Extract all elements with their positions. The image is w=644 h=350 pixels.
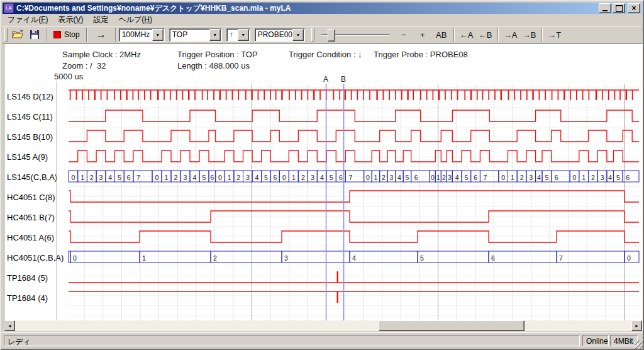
menu-item-3[interactable]: ヘルプ(H) xyxy=(113,13,157,26)
minimize-button[interactable] xyxy=(599,3,611,13)
toolbar-separator xyxy=(453,28,455,42)
combo-trigger-edge-value: ↑ xyxy=(227,30,238,39)
stop-icon xyxy=(53,31,61,38)
minimize-icon xyxy=(602,10,608,11)
toolbar-separator xyxy=(46,28,47,42)
cursor-b-label[interactable]: B xyxy=(341,75,346,84)
signal-label-9: TP1684 (5) xyxy=(7,273,48,283)
open-folder-icon xyxy=(12,30,25,40)
sample-clock-text: Sample Clock : 2MHz xyxy=(62,50,141,59)
status-bar: レディ Online 4MBit xyxy=(3,332,644,349)
toolbar-grip[interactable] xyxy=(4,28,8,42)
toolbar-separator xyxy=(497,28,499,42)
toolbar-button-T[interactable]: →T xyxy=(545,28,564,42)
menu-item-2[interactable]: 設定 xyxy=(88,13,113,26)
save-button[interactable] xyxy=(27,28,43,42)
signal-label-7: HC4051 A(6) xyxy=(7,233,54,242)
app-window: LA C:¥Documents and Settings¥noname¥デスクト… xyxy=(0,0,644,350)
menu-item-0[interactable]: ファイル(F) xyxy=(3,13,53,26)
toolbar-button-[interactable]: − xyxy=(394,28,413,42)
signal-label-2: LS145 B(10) xyxy=(7,132,53,142)
open-file-button[interactable] xyxy=(9,28,27,42)
scroll-right-button[interactable]: ► xyxy=(631,320,642,331)
resize-grip[interactable] xyxy=(635,341,643,349)
status-memory: 4MBit xyxy=(610,335,638,346)
toolbar-button-[interactable]: + xyxy=(413,28,432,42)
signal-label-5: HC4051 C(8) xyxy=(7,193,55,202)
time-scale-label: 5000 us xyxy=(54,72,83,81)
chevron-down-icon[interactable]: ▼ xyxy=(238,29,249,41)
trigger-position-text: Trigger Position : TOP xyxy=(177,50,258,59)
signal-label-4: LS145(C,B,A) xyxy=(7,172,57,182)
signal-label-0: LS145 D(12) xyxy=(7,92,53,101)
maximize-button[interactable] xyxy=(613,3,625,13)
combo-trigger-position[interactable]: TOP▼ xyxy=(169,28,222,42)
toolbar-button-AB[interactable]: AB xyxy=(432,28,451,42)
cursor-a-label[interactable]: A xyxy=(323,75,328,84)
toolbar: Stop → 100MHz▼TOP▼↑▼PROBE00▼ −+AB←A←B→A→… xyxy=(3,26,641,44)
chevron-down-icon[interactable]: ▼ xyxy=(152,29,164,41)
signal-label-6: HC4051 B(7) xyxy=(7,213,55,222)
signal-label-8: HC4051(C,B,A) xyxy=(7,253,64,262)
horizontal-scrollbar[interactable]: ◄ ► xyxy=(4,320,642,331)
run-button[interactable]: → xyxy=(90,28,113,42)
toolbar-button-A[interactable]: →A xyxy=(501,28,520,42)
trigger-probe-text: Trigger Probe : PROBE08 xyxy=(374,50,468,59)
combo-trigger-probe[interactable]: PROBE00▼ xyxy=(255,28,305,42)
app-icon: LA xyxy=(4,3,14,13)
length-text: Length : 488.000 us xyxy=(177,61,250,71)
maximize-icon xyxy=(616,5,623,12)
window-title: C:¥Documents and Settings¥noname¥デスクトップ¥… xyxy=(16,3,597,14)
zoom-text: Zoom : / 32 xyxy=(62,61,106,71)
combo-trigger-edge[interactable]: ↑▼ xyxy=(226,28,250,42)
menu-bar: ファイル(F)表示(V)設定ヘルプ(H) xyxy=(3,14,641,26)
toolbar-separator xyxy=(115,28,116,42)
combo-trigger-position-value: TOP xyxy=(170,30,209,39)
stop-button[interactable]: Stop xyxy=(50,26,84,43)
combo-sample-clock[interactable]: 100MHz▼ xyxy=(119,28,165,42)
combo-sample-clock-value: 100MHz xyxy=(119,30,152,39)
stop-label: Stop xyxy=(64,30,80,39)
scroll-left-button[interactable]: ◄ xyxy=(4,320,15,331)
chevron-down-icon[interactable]: ▼ xyxy=(209,29,221,41)
slider-thumb[interactable] xyxy=(328,29,335,42)
zoom-slider[interactable] xyxy=(321,28,389,42)
toolbar-button-B[interactable]: ←B xyxy=(476,28,495,42)
title-bar[interactable]: LA C:¥Documents and Settings¥noname¥デスクト… xyxy=(3,3,641,14)
menu-item-1[interactable]: 表示(V) xyxy=(53,13,88,26)
trigger-condition-text: Trigger Condition : ↓ xyxy=(289,50,362,59)
combo-trigger-probe-value: PROBE00 xyxy=(255,30,292,39)
signal-label-10: TP1684 (4) xyxy=(7,293,48,303)
toolbar-button-A[interactable]: ←A xyxy=(457,28,476,42)
signal-label-3: LS145 A(9) xyxy=(7,152,48,162)
client-area xyxy=(4,43,643,331)
close-button[interactable]: × xyxy=(628,3,640,13)
save-floppy-icon xyxy=(30,30,41,40)
signal-label-1: LS145 C(11) xyxy=(7,112,53,121)
scrollbar-thumb[interactable] xyxy=(379,320,525,331)
close-icon: × xyxy=(631,4,636,13)
toolbar-separator xyxy=(541,28,543,42)
toolbar-button-B[interactable]: →B xyxy=(520,28,539,42)
chevron-down-icon[interactable]: ▼ xyxy=(292,29,304,41)
toolbar-grip[interactable] xyxy=(311,28,314,42)
toolbar-separator xyxy=(86,28,87,42)
status-ready: レディ xyxy=(4,335,580,346)
status-online: Online xyxy=(582,335,609,346)
